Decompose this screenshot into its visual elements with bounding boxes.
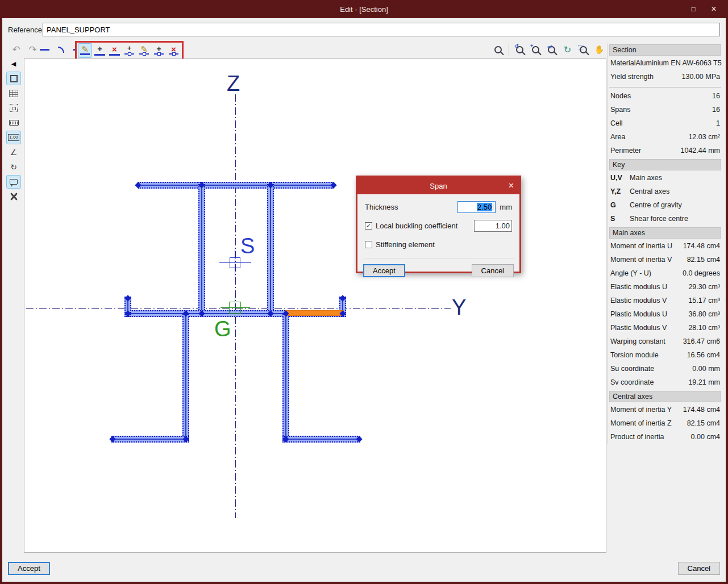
maximize-icon: □ <box>691 5 695 13</box>
zoom-search-button[interactable] <box>491 42 505 57</box>
rotate-tool-button[interactable]: ↻ <box>6 160 21 174</box>
redraw-icon: ↻ <box>564 44 571 55</box>
property-value: 15.17 cm³ <box>688 297 720 304</box>
property-row: SShear force centre <box>609 212 721 226</box>
keyboard-input-button[interactable] <box>6 116 21 130</box>
zoom-x2-button[interactable]: ×2 <box>544 42 559 57</box>
window-title: Edit - [Section] <box>340 5 388 14</box>
maximize-button[interactable]: □ <box>683 0 704 18</box>
property-value: 130.00 MPa <box>682 73 720 81</box>
select-tool-button[interactable] <box>6 72 21 85</box>
property-value: Aluminium EN AW-6063 T5 <box>635 59 721 67</box>
property-value: 0.00 mm <box>692 365 720 373</box>
property-label: Elastic modulus V <box>610 297 667 304</box>
property-value: 82.15 cm4 <box>687 419 720 427</box>
property-value: Shear force centre <box>630 215 688 223</box>
axis-label-g: G <box>214 318 231 340</box>
draw-line-button[interactable] <box>38 42 52 57</box>
section-canvas[interactable]: ZYSG <box>24 59 606 553</box>
bottom-bar: Accept Cancel <box>2 557 726 582</box>
property-value: 0.0 degrees <box>683 269 720 277</box>
thickness-value: 2.50 <box>477 203 492 211</box>
span-dialog-title: Span <box>430 182 447 190</box>
redraw-button[interactable]: ↻ <box>560 42 575 57</box>
draw-arc-button[interactable] <box>54 42 68 57</box>
thickness-label: Thickness <box>365 203 457 211</box>
property-label: Moment of inertia Y <box>610 406 672 414</box>
span-dialog: Span × Thickness 2.50 mm ✓ Local bucklin… <box>356 176 521 273</box>
buckling-checkbox[interactable]: ✓ <box>365 222 372 230</box>
thickness-unit: mm <box>500 203 512 211</box>
edit-span-button[interactable]: ✎ <box>78 43 92 58</box>
span-segment[interactable] <box>138 182 334 189</box>
property-label: Torsion module <box>610 351 659 359</box>
stiffening-checkbox[interactable] <box>365 241 372 248</box>
close-button[interactable]: × <box>703 0 725 18</box>
property-value: 16.56 cm4 <box>687 351 720 359</box>
property-label: Material <box>610 59 635 67</box>
property-label: Plastic Modulus V <box>610 324 667 332</box>
text-caret <box>493 203 493 211</box>
property-label: Elastic modulus U <box>610 283 667 291</box>
delete-node-button[interactable]: × <box>167 43 181 58</box>
dialog-close-icon: × <box>509 181 514 191</box>
delete-span-icon: × <box>112 44 117 54</box>
rotate-icon: ↻ <box>10 162 17 172</box>
comment-tool-button[interactable] <box>6 175 21 189</box>
title-bar: Edit - [Section] <box>0 0 728 18</box>
span-segment[interactable] <box>282 314 289 443</box>
angle-tool-button[interactable]: ∠ <box>6 145 21 159</box>
property-value: 82.15 cm4 <box>687 256 720 264</box>
grid-tool-button[interactable] <box>6 86 21 100</box>
comment-icon <box>10 179 18 185</box>
pan-button[interactable]: ✋ <box>592 42 606 57</box>
thickness-input[interactable]: 2.50 <box>457 201 496 213</box>
move-node-button[interactable]: + <box>152 43 166 58</box>
span-segment[interactable] <box>198 182 205 317</box>
buckling-input[interactable]: 1.00 <box>474 220 512 232</box>
move-span-button[interactable]: + <box>93 43 107 58</box>
span-segment[interactable] <box>111 436 189 443</box>
property-row: Moment of inertia V82.15 cm4 <box>609 253 721 267</box>
span-segment[interactable] <box>282 436 360 443</box>
snap-icon <box>10 104 18 112</box>
selected-span[interactable] <box>285 310 344 316</box>
span-segment[interactable] <box>182 314 189 443</box>
undo-button[interactable]: ↶ <box>9 42 23 57</box>
property-row: Product of inertia0.00 cm4 <box>609 431 721 444</box>
reference-input[interactable] <box>43 23 720 36</box>
property-value: Central axes <box>630 187 669 195</box>
property-label: Area <box>610 133 625 141</box>
edit-node-button[interactable]: ✎ <box>137 43 151 58</box>
property-row: U,VMain axes <box>609 172 721 185</box>
property-label: Moment of inertia V <box>610 256 672 264</box>
line-icon <box>40 49 49 51</box>
dialog-accept-button[interactable]: Accept <box>363 264 405 277</box>
property-label: U,V <box>610 174 630 182</box>
add-node-button[interactable]: + <box>122 43 136 58</box>
zoom-window-button[interactable] <box>576 42 590 57</box>
selection-rect-icon <box>579 45 584 49</box>
collapse-panel-button[interactable]: ◀ <box>6 57 21 70</box>
span-dialog-titlebar[interactable]: Span × <box>357 177 519 194</box>
zoom-previous-icon: ↺ <box>514 43 519 49</box>
property-value: Centre of gravity <box>630 201 682 209</box>
delete-span-button[interactable]: × <box>107 43 122 58</box>
span-dialog-close-button[interactable]: × <box>509 177 514 194</box>
zoom-previous-button[interactable]: ↺ <box>513 42 527 57</box>
property-row: Nodes16 <box>609 90 721 103</box>
property-label: Sv coordinate <box>610 378 654 386</box>
span-segment[interactable] <box>267 182 274 317</box>
property-value: 16 <box>712 92 720 100</box>
accept-button[interactable]: Accept <box>8 562 50 575</box>
settings-tool-button[interactable] <box>6 190 21 203</box>
property-label: Y,Z <box>610 187 630 195</box>
property-row: MaterialAluminium EN AW-6063 T5 <box>609 57 721 70</box>
dimensions-button[interactable]: 1.00 <box>6 131 21 144</box>
zoom-extents-button[interactable]: + <box>529 42 543 57</box>
cancel-button[interactable]: Cancel <box>678 562 720 575</box>
dialog-cancel-button[interactable]: Cancel <box>472 264 514 277</box>
snap-tool-button[interactable] <box>6 101 21 115</box>
property-row: Plastic Modulus V28.10 cm³ <box>609 322 721 335</box>
property-row: Y,ZCentral axes <box>609 185 721 199</box>
